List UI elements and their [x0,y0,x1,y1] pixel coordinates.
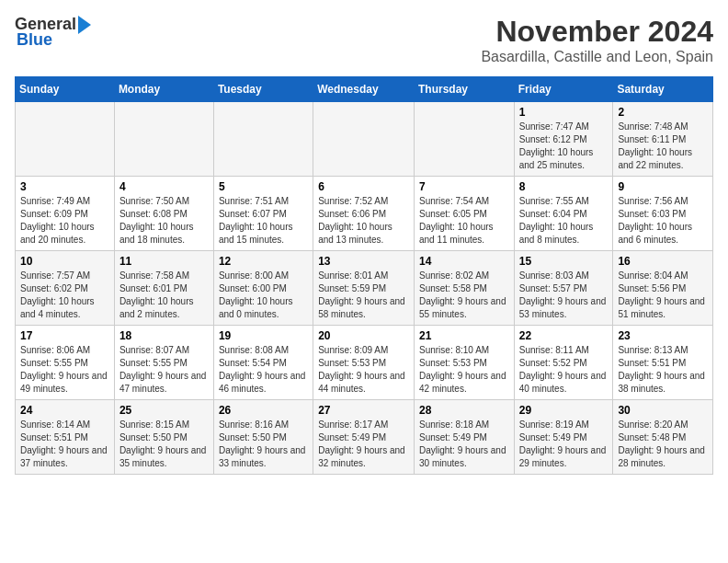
day-number: 29 [519,404,609,417]
day-info: Sunrise: 8:20 AM Sunset: 5:48 PM Dayligh… [618,419,708,470]
day-number: 25 [119,404,209,417]
day-number: 17 [20,329,109,342]
calendar-cell: 12Sunrise: 8:00 AM Sunset: 6:00 PM Dayli… [213,251,313,326]
day-info: Sunrise: 7:54 AM Sunset: 6:05 PM Dayligh… [419,195,509,247]
day-number: 24 [20,404,109,417]
calendar-week-row: 1Sunrise: 7:47 AM Sunset: 6:12 PM Daylig… [16,102,713,177]
calendar-cell: 11Sunrise: 7:58 AM Sunset: 6:01 PM Dayli… [114,251,213,326]
calendar-cell: 4Sunrise: 7:50 AM Sunset: 6:08 PM Daylig… [114,177,213,251]
day-info: Sunrise: 7:51 AM Sunset: 6:07 PM Dayligh… [219,195,308,247]
calendar-cell: 1Sunrise: 7:47 AM Sunset: 6:12 PM Daylig… [514,102,613,177]
day-number: 10 [20,255,109,268]
day-info: Sunrise: 8:03 AM Sunset: 5:57 PM Dayligh… [519,270,609,321]
day-number: 1 [519,106,609,119]
day-info: Sunrise: 8:16 AM Sunset: 5:50 PM Dayligh… [219,419,308,470]
day-info: Sunrise: 7:52 AM Sunset: 6:06 PM Dayligh… [318,195,409,247]
day-info: Sunrise: 7:57 AM Sunset: 6:02 PM Dayligh… [20,270,109,321]
day-info: Sunrise: 8:15 AM Sunset: 5:50 PM Dayligh… [119,419,209,470]
calendar-cell [16,102,115,177]
day-number: 13 [318,255,409,268]
calendar-cell [414,102,514,177]
day-number: 20 [318,329,409,342]
calendar-cell: 8Sunrise: 7:55 AM Sunset: 6:04 PM Daylig… [514,177,613,251]
calendar-table: SundayMondayTuesdayWednesdayThursdayFrid… [15,76,713,475]
weekday-header-tuesday: Tuesday [213,77,313,102]
day-number: 7 [419,180,509,193]
day-number: 2 [618,106,708,119]
calendar-cell [213,102,313,177]
weekday-header-row: SundayMondayTuesdayWednesdayThursdayFrid… [16,77,713,102]
day-info: Sunrise: 8:06 AM Sunset: 5:55 PM Dayligh… [20,344,109,396]
calendar-cell: 24Sunrise: 8:14 AM Sunset: 5:51 PM Dayli… [16,400,115,475]
day-number: 18 [119,329,209,342]
weekday-header-saturday: Saturday [613,77,713,102]
calendar-cell: 7Sunrise: 7:54 AM Sunset: 6:05 PM Daylig… [414,177,514,251]
day-info: Sunrise: 8:00 AM Sunset: 6:00 PM Dayligh… [219,270,308,321]
calendar-cell: 16Sunrise: 8:04 AM Sunset: 5:56 PM Dayli… [613,251,713,326]
title-block: November 2024 Basardilla, Castille and L… [481,15,713,65]
day-number: 26 [219,404,308,417]
calendar-cell: 29Sunrise: 8:19 AM Sunset: 5:49 PM Dayli… [514,400,613,475]
calendar-week-row: 3Sunrise: 7:49 AM Sunset: 6:09 PM Daylig… [16,177,713,251]
day-number: 6 [318,180,409,193]
day-number: 12 [219,255,308,268]
calendar-cell: 10Sunrise: 7:57 AM Sunset: 6:02 PM Dayli… [16,251,115,326]
calendar-cell: 20Sunrise: 8:09 AM Sunset: 5:53 PM Dayli… [313,326,415,400]
calendar-cell: 14Sunrise: 8:02 AM Sunset: 5:58 PM Dayli… [414,251,514,326]
weekday-header-monday: Monday [114,77,213,102]
logo-blue-text: Blue [15,30,52,50]
day-info: Sunrise: 8:02 AM Sunset: 5:58 PM Dayligh… [419,270,509,321]
day-info: Sunrise: 8:18 AM Sunset: 5:49 PM Dayligh… [419,419,509,470]
calendar-cell [114,102,213,177]
day-info: Sunrise: 8:11 AM Sunset: 5:52 PM Dayligh… [519,344,609,396]
calendar-cell: 17Sunrise: 8:06 AM Sunset: 5:55 PM Dayli… [16,326,115,400]
calendar-week-row: 17Sunrise: 8:06 AM Sunset: 5:55 PM Dayli… [16,326,713,400]
logo: General Blue [15,15,91,50]
day-info: Sunrise: 8:10 AM Sunset: 5:53 PM Dayligh… [419,344,509,396]
day-number: 22 [519,329,609,342]
day-number: 21 [419,329,509,342]
day-number: 23 [618,329,708,342]
header: General Blue November 2024 Basardilla, C… [15,15,713,65]
day-number: 30 [618,404,708,417]
day-info: Sunrise: 7:58 AM Sunset: 6:01 PM Dayligh… [119,270,209,321]
day-info: Sunrise: 8:07 AM Sunset: 5:55 PM Dayligh… [119,344,209,396]
day-info: Sunrise: 7:55 AM Sunset: 6:04 PM Dayligh… [519,195,609,247]
calendar-cell: 26Sunrise: 8:16 AM Sunset: 5:50 PM Dayli… [213,400,313,475]
calendar-cell: 15Sunrise: 8:03 AM Sunset: 5:57 PM Dayli… [514,251,613,326]
day-info: Sunrise: 7:56 AM Sunset: 6:03 PM Dayligh… [618,195,708,247]
day-info: Sunrise: 7:50 AM Sunset: 6:08 PM Dayligh… [119,195,209,247]
day-number: 3 [20,180,109,193]
calendar-cell: 22Sunrise: 8:11 AM Sunset: 5:52 PM Dayli… [514,326,613,400]
day-number: 16 [618,255,708,268]
calendar-cell: 21Sunrise: 8:10 AM Sunset: 5:53 PM Dayli… [414,326,514,400]
day-number: 14 [419,255,509,268]
calendar-cell: 23Sunrise: 8:13 AM Sunset: 5:51 PM Dayli… [613,326,713,400]
day-info: Sunrise: 8:17 AM Sunset: 5:49 PM Dayligh… [318,419,409,470]
calendar-cell: 28Sunrise: 8:18 AM Sunset: 5:49 PM Dayli… [414,400,514,475]
calendar-cell: 5Sunrise: 7:51 AM Sunset: 6:07 PM Daylig… [213,177,313,251]
day-number: 15 [519,255,609,268]
calendar-cell: 19Sunrise: 8:08 AM Sunset: 5:54 PM Dayli… [213,326,313,400]
day-info: Sunrise: 8:08 AM Sunset: 5:54 PM Dayligh… [219,344,308,396]
calendar-cell: 25Sunrise: 8:15 AM Sunset: 5:50 PM Dayli… [114,400,213,475]
calendar-cell: 2Sunrise: 7:48 AM Sunset: 6:11 PM Daylig… [613,102,713,177]
calendar-cell [313,102,415,177]
calendar-cell: 6Sunrise: 7:52 AM Sunset: 6:06 PM Daylig… [313,177,415,251]
day-info: Sunrise: 8:01 AM Sunset: 5:59 PM Dayligh… [318,270,409,321]
calendar-cell: 30Sunrise: 8:20 AM Sunset: 5:48 PM Dayli… [613,400,713,475]
day-info: Sunrise: 8:19 AM Sunset: 5:49 PM Dayligh… [519,419,609,470]
calendar-cell: 27Sunrise: 8:17 AM Sunset: 5:49 PM Dayli… [313,400,415,475]
calendar-cell: 3Sunrise: 7:49 AM Sunset: 6:09 PM Daylig… [16,177,115,251]
calendar-week-row: 24Sunrise: 8:14 AM Sunset: 5:51 PM Dayli… [16,400,713,475]
day-number: 27 [318,404,409,417]
day-number: 19 [219,329,308,342]
weekday-header-sunday: Sunday [16,77,115,102]
day-info: Sunrise: 7:49 AM Sunset: 6:09 PM Dayligh… [20,195,109,247]
calendar-cell: 18Sunrise: 8:07 AM Sunset: 5:55 PM Dayli… [114,326,213,400]
day-info: Sunrise: 8:09 AM Sunset: 5:53 PM Dayligh… [318,344,409,396]
weekday-header-wednesday: Wednesday [313,77,415,102]
weekday-header-thursday: Thursday [414,77,514,102]
calendar-cell: 13Sunrise: 8:01 AM Sunset: 5:59 PM Dayli… [313,251,415,326]
day-number: 8 [519,180,609,193]
